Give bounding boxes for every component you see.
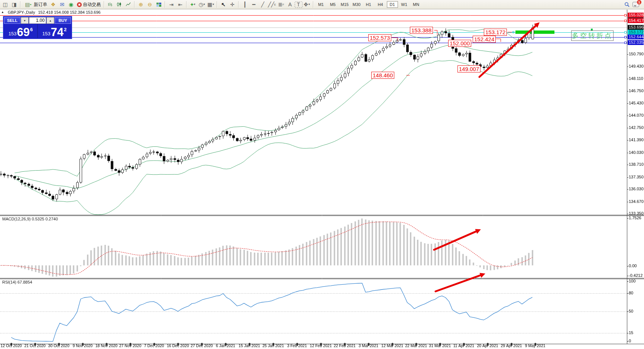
timeframe-M15[interactable]: M15 <box>339 1 350 8</box>
search-icon[interactable] <box>622 1 631 9</box>
sell-price-pip: 6 <box>30 27 33 32</box>
trendline-icon[interactable]: ╱ <box>258 1 267 9</box>
ohlc-values: 152.418 154.008 152.384 153.696 <box>38 10 100 14</box>
one-click-trading-panel: SELL ▼ ▲ BUY 153 69 6 153 74 2 <box>3 16 72 39</box>
price-annotation-label[interactable]: 153.172 <box>484 29 507 36</box>
timeframe-D1[interactable]: D1 <box>387 1 398 8</box>
fibonacci-icon[interactable]: ≣F <box>277 1 286 9</box>
add-indicator-icon[interactable]: +▾ <box>188 1 197 9</box>
cursor-icon[interactable]: ↖ <box>219 1 228 9</box>
text-label-icon[interactable]: T <box>295 1 302 8</box>
period-clock-icon[interactable]: ◷▾ <box>197 1 206 9</box>
timeframe-M1[interactable]: M1 <box>315 1 327 8</box>
toolbar: ◫ ◨ ▤+ 新订单 ❖ ✉ ◉ 自动交易 ⊕ ⊖ ⇥ ⇤ +▾ ◷▾ ▦▾ ↖… <box>0 0 644 9</box>
horizontal-line-icon[interactable]: ━ <box>249 1 258 9</box>
equidistant-channel-icon[interactable]: ╱╱E <box>267 1 277 9</box>
order-controls-row: SELL ▼ ▲ BUY <box>4 17 71 24</box>
tile-windows-icon[interactable] <box>154 1 163 9</box>
toolbar-separator <box>165 1 165 8</box>
toolbar-right-group: 1 <box>622 1 643 9</box>
price-annotation-label[interactable]: 152.573 <box>368 34 391 41</box>
toolbar-separator <box>238 1 239 8</box>
vertical-line-icon[interactable]: ┃ <box>240 1 249 9</box>
chart-header: ▲ GBPJPY-,Daily 152.418 154.008 152.384 … <box>0 10 101 14</box>
axis-price-tag: 152.644 <box>628 35 644 39</box>
timeframe-W1[interactable]: W1 <box>399 1 410 8</box>
zoom-out-icon[interactable]: ⊖ <box>145 1 154 9</box>
auto-scroll-icon[interactable]: ⇥ <box>167 1 176 9</box>
price-annotation-label[interactable]: 152.000 <box>448 40 471 47</box>
template-icon[interactable]: ▦▾ <box>206 1 215 9</box>
axis-price-tag: 152.035 <box>628 40 644 45</box>
timeframe-M30[interactable]: M30 <box>351 1 362 8</box>
toolbar-separator <box>186 1 187 8</box>
chart-window-icon[interactable]: ◫ <box>1 1 10 9</box>
zoom-in-icon[interactable]: ⊕ <box>136 1 145 9</box>
macd-indicator-label: MACD(12,26,9) 0.5325 0.2740 <box>2 217 58 221</box>
sell-price-big: 69 <box>17 27 29 38</box>
price-annotation-label[interactable]: 153.388 <box>410 27 433 34</box>
toolbar-separator <box>217 1 217 8</box>
annotation-text-box[interactable]: 多空转折点 <box>571 30 614 41</box>
lot-decrease-button[interactable]: ▼ <box>21 17 29 24</box>
axis-price-tag: 154.417 <box>628 18 644 23</box>
line-chart-icon[interactable] <box>124 1 133 9</box>
sell-price-display[interactable]: 153 69 6 <box>4 24 37 38</box>
rsi-indicator-label: RSI(14) 67.8854 <box>2 280 32 284</box>
new-order-label: 新订单 <box>34 1 47 8</box>
selection-handle[interactable] <box>591 29 593 30</box>
sell-button[interactable]: SELL <box>4 17 20 24</box>
lot-size-input[interactable] <box>29 17 46 24</box>
axis-price-tag: 155.028 <box>628 13 644 17</box>
price-chart-canvas[interactable] <box>0 0 644 349</box>
toolbar-separator <box>134 1 135 8</box>
buy-button[interactable]: BUY <box>55 17 71 24</box>
signal-icon[interactable]: ◉ <box>67 1 75 9</box>
timeframe-H4[interactable]: H4 <box>375 1 386 8</box>
toolbar-separator <box>104 1 104 8</box>
candlestick-chart-icon[interactable] <box>115 1 124 9</box>
sell-price-prefix: 153 <box>9 31 17 36</box>
symbol-period-label: GBPJPY-,Daily <box>8 10 35 14</box>
arrows-tool-icon[interactable]: ✥▾ <box>302 1 311 9</box>
crosshair-icon[interactable]: ✛ <box>228 1 237 9</box>
toolbar-separator <box>20 1 21 8</box>
price-annotation-label[interactable]: 149.007 <box>457 65 480 72</box>
toolbar-separator <box>313 1 314 8</box>
timeframe-group: M1M5M15M30H1H4D1W1MN <box>315 1 422 8</box>
buy-price-prefix: 153 <box>42 31 51 36</box>
buy-price-pip: 2 <box>64 27 67 32</box>
timeframe-M5[interactable]: M5 <box>327 1 339 8</box>
buy-price-display[interactable]: 153 74 2 <box>38 24 71 38</box>
text-icon[interactable]: A <box>286 1 295 9</box>
new-order-button[interactable]: ▤+ 新订单 <box>22 1 49 9</box>
new-order-icon: ▤+ <box>24 1 33 9</box>
auto-trading-label: 自动交易 <box>83 1 101 8</box>
auto-trading-button[interactable]: 自动交易 <box>75 1 102 9</box>
buy-price-big: 74 <box>51 27 63 38</box>
gold-symbols-icon[interactable]: ❖ <box>49 1 58 9</box>
auto-trading-icon <box>77 2 82 7</box>
chart-shift-icon[interactable]: ⇤ <box>176 1 185 9</box>
axis-price-tag: 153.172 <box>628 30 644 35</box>
price-annotation-label[interactable]: 148.460 <box>371 72 394 79</box>
profiles-icon[interactable]: ◨ <box>10 1 19 9</box>
timeframe-H1[interactable]: H1 <box>363 1 374 8</box>
lot-increase-button[interactable]: ▲ <box>46 17 54 24</box>
collapse-panel-icon[interactable]: ▲ <box>1 10 4 14</box>
annotation-text: 多空转折点 <box>572 31 613 40</box>
mail-icon[interactable]: ✉ <box>58 1 67 9</box>
price-display-row: 153 69 6 153 74 2 <box>4 24 71 38</box>
bar-chart-icon[interactable] <box>106 1 115 9</box>
timeframe-MN[interactable]: MN <box>411 1 422 8</box>
price-annotation-label[interactable]: 152.424 <box>473 36 496 43</box>
chat-notifications-icon[interactable]: 1 <box>631 1 640 9</box>
axis-price-tag: 153.696 <box>628 25 644 30</box>
notification-badge: 1 <box>637 0 641 4</box>
